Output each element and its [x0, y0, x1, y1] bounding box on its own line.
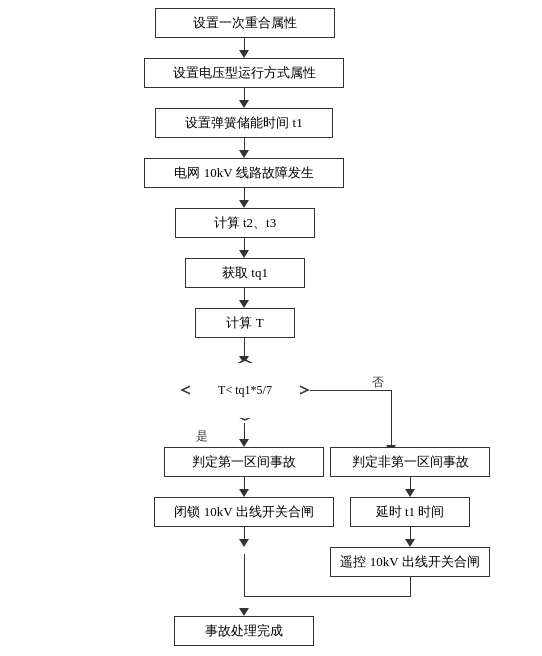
node-remote-close: 遥控 10kV 出线开关合闸 [330, 547, 490, 577]
node-delay: 延时 t1 时间 [350, 497, 470, 527]
node-set-voltage: 设置电压型运行方式属性 [144, 58, 344, 88]
node-get-tq1: 获取 tq1 [185, 258, 305, 288]
node-set-reclose: 设置一次重合属性 [155, 8, 335, 38]
node-decision: T< tq1*5/7 [180, 358, 310, 423]
node-judge-first: 判定第一区间事故 [164, 447, 324, 477]
node-set-spring: 设置弹簧储能时间 t1 [155, 108, 333, 138]
node-lock-switch: 闭锁 10kV 出线开关合闸 [154, 497, 334, 527]
flowchart: 设置一次重合属性 设置电压型运行方式属性 设置弹簧储能时间 t1 电网 10kV… [0, 0, 542, 656]
node-calc-t2t3: 计算 t2、t3 [175, 208, 315, 238]
node-calc-T: 计算 T [195, 308, 295, 338]
node-done: 事故处理完成 [174, 616, 314, 646]
node-judge-non-first: 判定非第一区间事故 [330, 447, 490, 477]
label-no: 否 [372, 374, 384, 391]
label-yes: 是 [196, 428, 208, 445]
node-fault: 电网 10kV 线路故障发生 [144, 158, 344, 188]
